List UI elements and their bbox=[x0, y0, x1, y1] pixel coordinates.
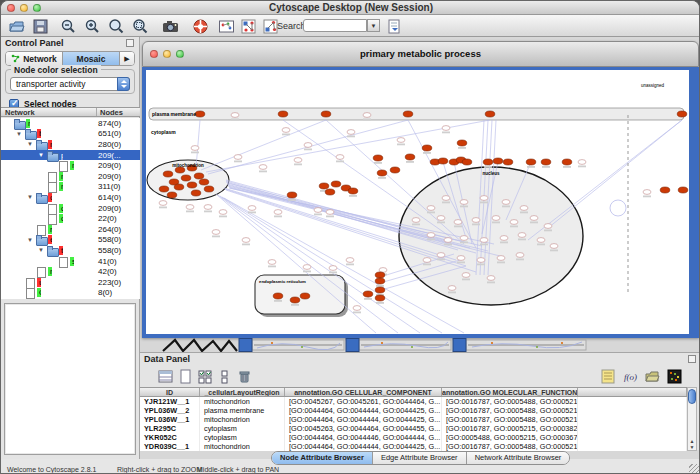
node-label bbox=[537, 244, 545, 246]
zoom-out-icon[interactable] bbox=[59, 17, 77, 35]
tree-row[interactable]: ▼transport558(0) bbox=[1, 245, 140, 256]
snapshot-camera-icon[interactable] bbox=[161, 17, 179, 35]
tree-expand-arrow[interactable]: ▼ bbox=[16, 131, 25, 137]
network-node bbox=[329, 266, 337, 271]
tree-row[interactable]: mosaic-demo-yeast874(0) bbox=[1, 118, 140, 129]
tree-row[interactable]: Overview8(0) bbox=[1, 288, 140, 299]
table-scrollbar[interactable]: ▲▼ bbox=[687, 387, 697, 451]
tree-node-count: 41(0) bbox=[98, 257, 117, 266]
tab-overflow-arrow-icon[interactable]: ▶ bbox=[120, 52, 134, 65]
birdseye-view-icon[interactable] bbox=[217, 17, 235, 35]
tree-expand-arrow[interactable]: ▼ bbox=[27, 141, 36, 147]
tree-header-nodes[interactable]: Nodes bbox=[97, 108, 140, 116]
table-row[interactable]: YLR295Ccytoplasm[GO:0045263, GO:0044464,… bbox=[140, 424, 687, 433]
tree-row[interactable]: response to stimul264(0) bbox=[1, 224, 140, 235]
delete-attribute-trash-icon[interactable] bbox=[236, 368, 252, 384]
scrollbar-thumb[interactable] bbox=[688, 389, 696, 404]
table-cell bbox=[578, 424, 687, 433]
node-color-selection-group: Node color selection transporter activit… bbox=[5, 69, 135, 94]
tree-row[interactable]: unassigned223(0) bbox=[1, 277, 140, 288]
tree-expand-arrow[interactable]: ▼ bbox=[27, 194, 36, 200]
tree-row[interactable]: ▼metabolic process280(0) bbox=[1, 139, 140, 150]
network-node bbox=[397, 138, 405, 143]
tree-node-label: cellular metabo bbox=[59, 204, 63, 213]
tab-edge-attribute-browser[interactable]: Edge Attribute Browser bbox=[373, 452, 467, 464]
label-cytoplasm: cytoplasm bbox=[151, 129, 176, 135]
network-node bbox=[454, 220, 462, 225]
column-header[interactable]: annotation.GO CELLULAR_COMPONENT bbox=[285, 388, 442, 396]
search-options-icon[interactable] bbox=[385, 17, 403, 35]
column-header[interactable] bbox=[578, 388, 687, 396]
tree-row[interactable]: nucleobase-209(0) bbox=[1, 160, 140, 171]
network-node bbox=[530, 216, 538, 221]
birdseye-view-panel[interactable] bbox=[4, 303, 136, 455]
open-attribute-file-icon[interactable] bbox=[644, 368, 660, 384]
tree-row[interactable]: ▼establishment of lo558(0) bbox=[1, 235, 140, 246]
tree-expand-arrow[interactable]: ▼ bbox=[27, 237, 36, 243]
network-node-selected bbox=[678, 187, 688, 193]
folder-icon bbox=[47, 246, 59, 255]
resize-grip[interactable] bbox=[689, 464, 699, 474]
network-node bbox=[346, 258, 354, 263]
zoom-fit-icon[interactable] bbox=[107, 17, 125, 35]
network-node bbox=[516, 253, 524, 258]
tree-row[interactable]: nitrogen compo209(0) bbox=[1, 171, 140, 182]
tab-mosaic[interactable]: Mosaic bbox=[63, 52, 120, 65]
new-attribute-icon[interactable] bbox=[177, 368, 193, 384]
column-header[interactable]: ID bbox=[140, 388, 200, 396]
column-header[interactable]: _cellularLayoutRegion bbox=[200, 388, 285, 396]
tree-row[interactable]: ▼cellular process614(0) bbox=[1, 192, 140, 203]
table-cell bbox=[578, 442, 687, 451]
zoom-in-icon[interactable] bbox=[83, 17, 101, 35]
table-row[interactable]: YJR121W__1mitochondrion[GO:0045267, GO:0… bbox=[140, 397, 687, 406]
tree-row[interactable]: ▼biological_process651(0) bbox=[1, 129, 140, 140]
attribute-browser-tabs: Node Attribute Browser Edge Attribute Br… bbox=[271, 451, 570, 465]
import-attributes-icon[interactable] bbox=[600, 368, 616, 384]
table-row[interactable]: YPL036W__2plasma membrane[GO:0044464, GO… bbox=[140, 406, 687, 415]
scrollbar-arrows[interactable]: ▲▼ bbox=[688, 438, 696, 450]
help-lifering-icon[interactable] bbox=[191, 17, 209, 35]
search-dropdown-arrow-icon[interactable]: ▼ bbox=[367, 19, 380, 32]
tab-node-attribute-browser[interactable]: Node Attribute Browser bbox=[272, 452, 373, 464]
table-row[interactable]: YPL036W__1mitochondrion[GO:0044464, GO:0… bbox=[140, 415, 687, 424]
table-cell: [GO:0044464, GO:0044444, GO:0044425, G..… bbox=[285, 442, 442, 451]
network-node bbox=[274, 210, 282, 215]
network-node-selected bbox=[273, 293, 283, 299]
network-node bbox=[480, 196, 488, 201]
attribute-table-icon[interactable] bbox=[157, 368, 173, 384]
table-row[interactable]: YKR052Ccytoplasm[GO:0044464, GO:0044446,… bbox=[140, 433, 687, 442]
formula-icon[interactable]: f(o) bbox=[622, 368, 638, 384]
network-canvas[interactable]: plasma membranecytoplasmmitochondrionnuc… bbox=[146, 70, 689, 334]
data-panel-float-icon[interactable] bbox=[688, 355, 696, 363]
node-label bbox=[542, 166, 550, 168]
save-icon[interactable] bbox=[31, 17, 49, 35]
table-cell: [GO:0016787, GO:0005488, GO:0005215, G..… bbox=[442, 397, 578, 406]
float-panel-icon[interactable] bbox=[126, 39, 134, 47]
layout-nodes-icon[interactable] bbox=[239, 17, 257, 35]
tree-expand-arrow[interactable]: ▼ bbox=[38, 152, 47, 158]
node-color-dropdown[interactable]: transporter activity bbox=[10, 77, 130, 91]
file-icon bbox=[47, 182, 59, 191]
tree-row[interactable]: multi-organism pro42(0) bbox=[1, 266, 140, 277]
unselect-attributes-icon[interactable] bbox=[217, 368, 233, 384]
column-header[interactable]: annotation.GO MOLECULAR_FUNCTION bbox=[442, 388, 578, 396]
tab-network[interactable]: Network bbox=[6, 52, 63, 65]
network-node-selected bbox=[483, 159, 493, 165]
tree-row[interactable]: cell communicat22(0) bbox=[1, 213, 140, 224]
tree-row[interactable]: macromolecule311(0) bbox=[1, 182, 140, 193]
node-label bbox=[578, 166, 586, 168]
tree-row[interactable]: secretion41(0) bbox=[1, 256, 140, 267]
select-attributes-icon[interactable] bbox=[197, 368, 213, 384]
color-matrix-icon[interactable] bbox=[666, 368, 682, 384]
tree-row[interactable]: cellular metabo209(0) bbox=[1, 203, 140, 214]
tree-header-network[interactable]: Network bbox=[1, 108, 97, 116]
zoom-selected-icon[interactable] bbox=[131, 17, 149, 35]
table-row[interactable]: YDR039C__1mitochondrion[GO:0044464, GO:0… bbox=[140, 442, 687, 451]
tab-network-attribute-browser[interactable]: Network Attribute Browser bbox=[467, 452, 570, 464]
tree-expand-arrow[interactable]: ▼ bbox=[38, 247, 47, 253]
network-window-titlebar[interactable]: primary metabolic process bbox=[142, 41, 699, 67]
search-input[interactable] bbox=[303, 19, 367, 32]
open-icon[interactable] bbox=[7, 17, 25, 35]
tree-row[interactable]: ▼primary metabo209(... bbox=[1, 150, 140, 161]
node-label bbox=[363, 119, 371, 121]
